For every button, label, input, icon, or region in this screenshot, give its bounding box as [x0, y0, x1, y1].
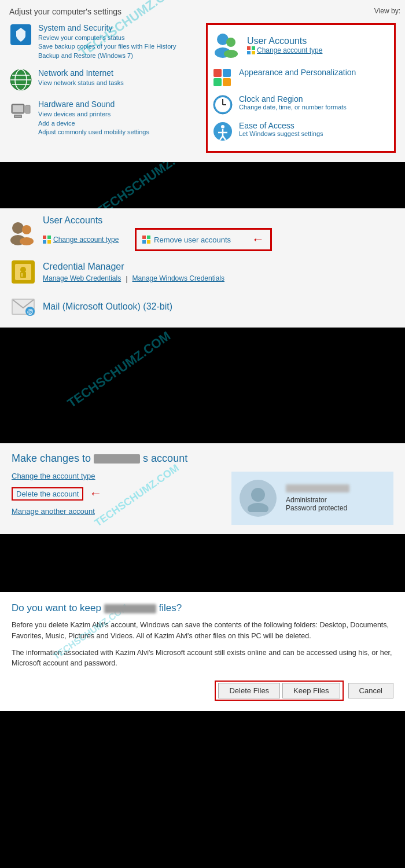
system-security-title[interactable]: System and Security: [38, 23, 176, 32]
hardware-sound-sub1[interactable]: View devices and printers: [38, 110, 149, 119]
ease-of-access-item[interactable]: Ease of Access Let Windows suggest setti…: [212, 121, 389, 142]
svg-rect-17: [247, 51, 251, 54]
account-avatar: [240, 480, 277, 517]
ua2-title[interactable]: User Accounts: [43, 215, 272, 226]
make-changes-links: Change the account type Delete the accou…: [12, 472, 220, 525]
ease-of-access-icon: [212, 121, 233, 142]
svg-point-55: [248, 503, 268, 512]
svg-text:@: @: [27, 308, 34, 315]
svg-rect-44: [147, 240, 150, 244]
user-accounts-title[interactable]: User Accounts: [247, 36, 322, 46]
account-status: Password protected: [286, 504, 349, 512]
system-security-sub3[interactable]: Backup and Restore (Windows 7): [38, 52, 176, 60]
clock-region-title[interactable]: Clock and Region: [239, 94, 347, 104]
delete-body: Before you delete Kazim Alvi's account, …: [12, 620, 393, 642]
credential-manager-icon: [9, 258, 37, 286]
make-changes-title: Make changes to s account: [12, 453, 393, 465]
svg-rect-19: [213, 69, 222, 77]
remove-user-accounts-link[interactable]: Remove user accounts: [154, 236, 231, 244]
mail-row: @ Mail (Microsoft Outlook) (32-bit): [9, 293, 396, 321]
svg-point-28: [221, 125, 224, 128]
manage-another-option[interactable]: Manage another account: [12, 507, 220, 516]
change-account-type-option[interactable]: Change the account type: [12, 472, 220, 480]
svg-rect-39: [43, 240, 46, 244]
user-accounts-panel-section: User Accounts Change account type: [0, 208, 405, 328]
network-internet-icon: [9, 68, 32, 91]
user-accounts-arrow: ←: [402, 36, 405, 54]
make-changes-suffix: s account: [143, 453, 187, 464]
manage-another-label[interactable]: Manage another account: [12, 507, 95, 516]
clock-region-item[interactable]: Clock and Region Change date, time, or n…: [212, 94, 389, 115]
system-security-sub2[interactable]: Save backup copies of your files with Fi…: [38, 42, 176, 51]
ease-of-access-text: Ease of Access Let Windows suggest setti…: [239, 121, 323, 137]
credential-manager-row: Credential Manager Manage Web Credential…: [9, 258, 396, 286]
user-accounts-icon: [212, 31, 241, 60]
svg-rect-10: [15, 116, 21, 117]
watermark2: TECHSCHUMZ.COM: [94, 162, 203, 208]
delete-title: Do you want to keep files?: [12, 602, 393, 614]
watermark3: TECHSCHUMZ.COM: [65, 329, 174, 411]
clock-region-sub[interactable]: Change date, time, or number formats: [239, 104, 347, 111]
delete-files-section: TECHSCHUMZ.COM Do you want to keep files…: [0, 592, 405, 711]
appearance-item[interactable]: Appearance and Personalization: [212, 68, 389, 89]
delete-files-button[interactable]: Delete Files: [218, 683, 280, 698]
svg-rect-43: [142, 240, 146, 244]
right-panel: User Accounts Change account type: [206, 23, 396, 153]
separator1: TECHSCHUMZ.COM: [0, 162, 405, 208]
left-panel: System and Security Review your computer…: [9, 23, 206, 153]
svg-rect-8: [25, 105, 30, 113]
svg-rect-48: [20, 272, 26, 278]
hardware-sound-text: Hardware and Sound View devices and prin…: [38, 100, 149, 137]
svg-rect-37: [43, 236, 46, 239]
change-account-type-link[interactable]: Change account type: [53, 236, 119, 244]
cancel-button[interactable]: Cancel: [348, 683, 393, 698]
delete-title-prefix: Do you want to keep: [12, 602, 104, 613]
svg-rect-38: [47, 236, 51, 239]
manage-windows-credentials-link[interactable]: Manage Windows Credentials: [132, 274, 224, 282]
ease-of-access-title[interactable]: Ease of Access: [239, 121, 323, 130]
system-security-item[interactable]: System and Security Review your computer…: [9, 23, 206, 60]
hardware-sound-sub3[interactable]: Adjust commonly used mobility settings: [38, 128, 149, 137]
account-type: Administrator: [286, 496, 349, 504]
system-security-sub1[interactable]: Review your computer's status: [38, 34, 176, 42]
hardware-sound-sub2[interactable]: Add a device: [38, 119, 149, 128]
delete-note: The information associated with Kazim Al…: [12, 648, 393, 670]
svg-point-14: [224, 50, 238, 58]
control-panel-title: Adjust your computer's settings: [9, 7, 396, 16]
clock-region-text: Clock and Region Change date, time, or n…: [239, 94, 347, 111]
network-internet-title[interactable]: Network and Internet: [38, 68, 124, 78]
mail-title[interactable]: Mail (Microsoft Outlook) (32-bit): [43, 301, 172, 312]
remove-user-accounts-box: Remove user accounts ←: [135, 228, 272, 251]
credential-manager-title[interactable]: Credential Manager: [43, 262, 224, 272]
hardware-sound-title[interactable]: Hardware and Sound: [38, 100, 149, 109]
svg-rect-16: [252, 46, 255, 50]
system-security-icon: [9, 23, 32, 46]
credentials-separator: |: [126, 274, 127, 283]
view-by-label: View by:: [374, 7, 400, 15]
control-panel-section: TECHSCHUMZ.COM Adjust your computer's se…: [0, 0, 405, 162]
svg-rect-40: [47, 240, 51, 244]
separator3: [0, 534, 405, 592]
make-changes-content: Change the account type Delete the accou…: [12, 472, 393, 525]
delete-account-link[interactable]: Delete the account: [12, 487, 83, 501]
change-account-type-option-label[interactable]: Change the account type: [12, 472, 95, 480]
hardware-sound-icon: [9, 100, 32, 123]
hardware-sound-item[interactable]: Hardware and Sound View devices and prin…: [9, 100, 206, 137]
appearance-icon: [212, 68, 233, 89]
ease-of-access-sub[interactable]: Let Windows suggest settings: [239, 130, 323, 137]
user-accounts-change-link[interactable]: Change account type: [257, 46, 322, 54]
network-internet-text: Network and Internet View network status…: [38, 68, 124, 87]
network-internet-item[interactable]: Network and Internet View network status…: [9, 68, 206, 91]
svg-rect-7: [13, 105, 23, 112]
account-info: Administrator Password protected: [286, 484, 349, 512]
appearance-title[interactable]: Appearance and Personalization: [239, 68, 356, 77]
svg-point-35: [22, 225, 31, 234]
svg-point-54: [251, 488, 265, 502]
manage-web-credentials-link[interactable]: Manage Web Credentials: [43, 274, 121, 282]
keep-files-button[interactable]: Keep Files: [282, 683, 340, 698]
svg-rect-20: [223, 69, 231, 77]
network-internet-sub[interactable]: View network status and tasks: [38, 79, 124, 87]
make-changes-section: TECHSCHUMZ.COM Make changes to s account…: [0, 443, 405, 534]
ua2-icon: [9, 219, 37, 247]
svg-point-36: [20, 237, 34, 245]
